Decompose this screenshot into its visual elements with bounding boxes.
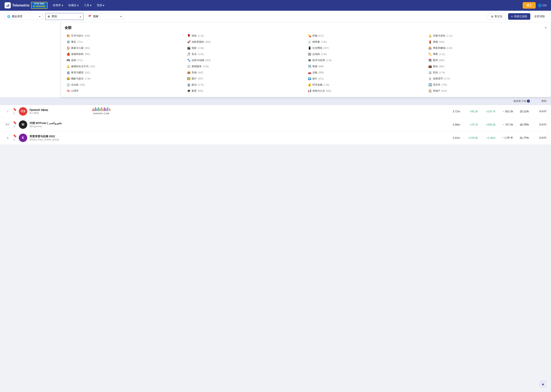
category-name: 心理学 <box>71 89 79 93</box>
category-item[interactable]: ✈️电报 (686) <box>306 63 427 70</box>
category-item[interactable]: ✏️博客 (1.1k) <box>427 51 547 57</box>
category-icon: 💊 <box>308 34 311 37</box>
language-selector[interactable]: 🌐 CN <box>538 4 546 7</box>
channel-name[interactable]: 代理 MTProto | ماویروکسی <box>29 122 442 125</box>
category-item[interactable]: 📢营销与公关 [583] <box>306 88 427 94</box>
category-count: (596) <box>319 71 324 74</box>
nav-item-resources[interactable]: 资源 <box>94 2 107 9</box>
category-item[interactable]: 🎰博彩和赌场 (4.2k) <box>427 45 547 51</box>
category-item[interactable]: 🙏宗教与灵性 (1.1k) <box>427 33 547 39</box>
category-item[interactable]: 🏠房地产 (614) <box>427 88 547 94</box>
compare-icon[interactable]: ⚖ <box>13 125 16 128</box>
category-item[interactable]: ⚖️合法的 (302) <box>65 82 185 88</box>
row-rank: 8个 <box>5 123 11 126</box>
category-item[interactable]: ⚙️事实 (721) <box>65 39 185 45</box>
category-count: (942) <box>198 71 203 74</box>
category-icon: 🌍 <box>308 77 311 80</box>
category-item[interactable]: 📚图书 [583] <box>427 57 547 63</box>
month-growth: +258.2k <box>480 123 495 126</box>
channel-name[interactable]: Прямой Эфир <box>29 108 442 112</box>
country-filter[interactable]: 🚩 国家 ▾ <box>86 13 124 20</box>
category-item[interactable]: 💄美丽 (620) <box>427 39 547 45</box>
row-rank: 9 <box>5 136 11 139</box>
category-item[interactable]: 🏛️家居与建筑 (241) <box>65 70 185 76</box>
category-count: [361] <box>85 47 90 49</box>
category-icon: 🎬 <box>187 46 190 50</box>
category-icon: 🚗 <box>308 71 311 74</box>
svg-rect-2 <box>8 4 9 7</box>
category-item[interactable]: 🎨艺术与设计 (569) <box>65 33 185 39</box>
category-count: (681) <box>439 65 444 68</box>
category-item[interactable]: 🔤语言学 (740) <box>427 82 547 88</box>
category-item[interactable]: 🏠家庭与儿童 [361] <box>65 45 185 51</box>
category-item[interactable]: 🎓教育 (994) <box>185 88 306 94</box>
category-item[interactable]: 😂幽默与娱乐 (1.3k) <box>65 76 185 82</box>
category-item[interactable]: 📰新闻媒体 (2.9k) <box>185 63 306 70</box>
category-item[interactable]: 🖼️图片 (597) <box>185 76 306 82</box>
category-count: [583] <box>326 90 331 92</box>
category-name: 游戏 <box>71 59 76 62</box>
category-item[interactable]: 🎬电影 (1.8k) <box>185 45 306 51</box>
week-growth: +79.7k <box>463 123 478 126</box>
clear-all-button[interactable]: 全部清除 <box>533 13 546 20</box>
category-count: (241) <box>85 71 90 74</box>
category-filter[interactable]: ⊞ 类别 ▴ <box>45 13 84 20</box>
category-item[interactable]: ₿加密货币 (2.7k) <box>427 76 547 82</box>
category-name: 药物 <box>312 34 317 37</box>
category-item[interactable]: 📱社交网络 (427) <box>306 45 427 51</box>
category-item[interactable]: 🚀动机和报价 (662) <box>185 39 306 45</box>
category-item[interactable]: 🧠心理学 <box>65 88 185 94</box>
category-item[interactable]: 🎵音乐 (1.0k) <box>185 51 306 57</box>
category-item[interactable]: 💻技术与应用 (1.5k) <box>306 57 427 63</box>
nav-item-tools[interactable]: 工具 <box>82 2 94 9</box>
category-item[interactable]: 💊药物 [571] <box>306 33 427 39</box>
category-item[interactable]: 💼商业 (681) <box>427 63 547 70</box>
advanced-filter-button[interactable]: ≡ 高级过滤器 <box>508 13 530 20</box>
category-count: (1.6k) <box>321 53 327 56</box>
main-table: 急诊室 (7d) ? 类别 7 🔖 ⚖ ПЭ Прямой Эфир 私人频道 … <box>0 98 551 145</box>
login-button[interactable]: 登入 <box>523 2 536 9</box>
category-item[interactable]: 💰经济金融 (1.5k) <box>306 82 427 88</box>
category-item[interactable]: 🌍旅行 (811) <box>306 76 427 82</box>
category-count: (1.1k) <box>447 35 452 37</box>
svg-rect-0 <box>6 6 7 7</box>
category-count: (686) <box>319 65 324 68</box>
category-icon: 🍎 <box>66 52 70 56</box>
chevron-down-icon <box>103 4 104 7</box>
compare-icon[interactable]: ⚖ <box>13 112 16 115</box>
audience-language-filter[interactable]: 🌐 观众语言 ▾ <box>5 13 43 20</box>
customize-button[interactable]: ⊞ 客定化 <box>488 13 506 20</box>
category-item[interactable]: ⚽运动的 (1.6k) <box>306 51 427 57</box>
category-name: 职业 <box>433 71 438 74</box>
channel-name[interactable]: 库普库普马拉姆 2022 <box>29 135 442 138</box>
nav-item-ratings[interactable]: 收视率 <box>51 2 65 9</box>
subscriber-count: 3.58m <box>445 123 460 126</box>
category-count: (740) <box>442 84 447 86</box>
nav-item-collections[interactable]: 收藏品 <box>66 2 81 9</box>
category-item[interactable]: 🎮游戏 (711) <box>65 57 185 63</box>
category-icon: 🌹 <box>187 34 190 37</box>
category-item[interactable]: 🌹情色 (2.2k) <box>185 33 306 39</box>
bookmark-icon[interactable]: 🔖 <box>13 121 16 124</box>
bookmark-icon[interactable]: 🔖 <box>13 108 16 111</box>
compare-icon[interactable]: ⚖ <box>13 138 16 142</box>
category-icon: 📢 <box>308 89 311 93</box>
category-item[interactable]: 📦其他 (942) <box>185 70 306 76</box>
category-name: 情色 <box>192 34 197 37</box>
category-item[interactable]: 🏛️政治 (2.7k) <box>185 82 306 88</box>
category-item[interactable]: 👔职业 (1.7k) <box>427 70 547 76</box>
er-value: ~ 1.08 米 <box>498 136 513 140</box>
logo-icon[interactable] <box>5 2 11 8</box>
category-item[interactable]: 🍎食物和饮料 (991) <box>65 51 185 57</box>
category-item[interactable]: 🚗运输 (596) <box>306 70 427 76</box>
bookmark-icon[interactable]: 🔖 <box>13 134 16 137</box>
help-icon[interactable]: ? <box>527 99 530 103</box>
category-name: 教育 <box>192 89 197 93</box>
category-count: (1.1k) <box>439 53 445 56</box>
category-clear-icon[interactable]: ✕ <box>545 26 547 29</box>
category-item[interactable]: 🛒销售量 (1.8k) <box>306 39 427 45</box>
table-row: 9 🔖 ⚖ K 库普库普马拉姆 2022 @kupu_kupu_malam_go… <box>0 131 551 145</box>
category-item[interactable]: 🐾自然与动物 [353] <box>185 57 306 63</box>
category-item[interactable]: 💪健康的生活方式 (433) <box>65 63 185 70</box>
row-actions: 🔖 ⚖ <box>13 121 16 128</box>
